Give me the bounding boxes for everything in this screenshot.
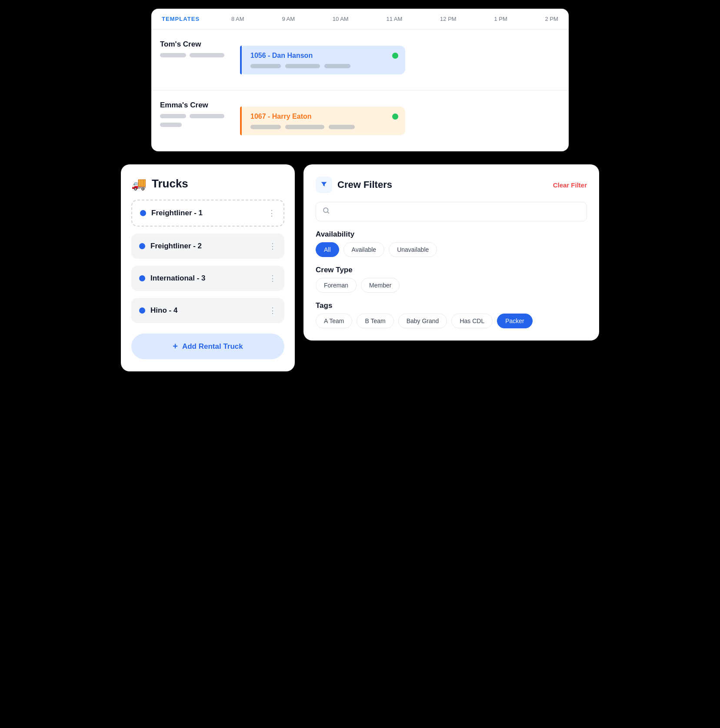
crew-tags-emmas xyxy=(160,114,224,118)
crew-info-toms: Tom's Crew xyxy=(151,30,233,90)
crew-tag-pill-1 xyxy=(160,53,186,57)
trucks-panel: 🚚 Trucks Freightliner - 1 ⋮ Freightliner… xyxy=(121,164,295,371)
tag-pill-babygrand[interactable]: Baby Grand xyxy=(398,314,447,328)
availability-dot-toms xyxy=(392,53,398,59)
job-card-toms[interactable]: 1056 - Dan Hanson xyxy=(240,46,405,74)
filter-funnel-icon xyxy=(320,180,328,190)
crew-name-toms: Tom's Crew xyxy=(160,40,224,49)
job-line-2 xyxy=(285,64,320,68)
crew-type-pills: Foreman Member xyxy=(316,278,587,293)
availability-section: Availability All Available Unavailable xyxy=(316,230,587,257)
job-line-1 xyxy=(250,64,281,68)
truck-dot-2 xyxy=(139,275,145,281)
job-line-6 xyxy=(329,125,355,129)
crew-filters-panel: Crew Filters Clear Filter Availability A… xyxy=(303,164,599,341)
trucks-title: Trucks xyxy=(152,177,188,190)
crew-search-input[interactable] xyxy=(334,208,580,215)
job-card-emmas-lines xyxy=(247,125,398,129)
truck-item-3[interactable]: Hino - 4 ⋮ xyxy=(131,298,284,323)
availability-pill-unavailable[interactable]: Unavailable xyxy=(389,242,437,257)
time-slot-0: 8 AM xyxy=(231,16,244,22)
truck-item-3-left: Hino - 4 xyxy=(139,306,177,315)
crew-tags-toms xyxy=(160,53,224,57)
job-line-4 xyxy=(250,125,281,129)
crew-tag-pill-3 xyxy=(160,114,186,118)
availability-label: Availability xyxy=(316,230,587,239)
truck-dot-1 xyxy=(139,243,145,249)
job-title-toms: 1056 - Dan Hanson xyxy=(250,52,313,60)
truck-item-0-left: Freightliner - 1 xyxy=(140,209,203,217)
tags-pills: A Team B Team Baby Grand Has CDL Packer xyxy=(316,314,587,328)
add-rental-btn-label: Add Rental Truck xyxy=(182,342,243,351)
truck-name-3: Hino - 4 xyxy=(150,306,177,315)
freightliner1-wrapper: Freightliner - 1 ⋮ xyxy=(131,200,284,227)
crew-type-pill-member[interactable]: Member xyxy=(361,278,400,293)
availability-pill-all[interactable]: All xyxy=(316,242,339,257)
clear-filter-button[interactable]: Clear Filter xyxy=(553,181,587,189)
crew-tag-pill-2 xyxy=(190,53,224,57)
time-slot-5: 1 PM xyxy=(494,16,507,22)
templates-header: TEMPLATES 8 AM 9 AM 10 AM 11 AM 12 PM 1 … xyxy=(151,9,569,30)
truck-menu-icon-1[interactable]: ⋮ xyxy=(269,241,277,251)
schedule-area-emmas: 1067 - Harry Eaton xyxy=(233,90,569,151)
tag-pill-ateam[interactable]: A Team xyxy=(316,314,352,328)
crew-row-emmas: Emma's Crew 1067 - Harry Eaton xyxy=(151,90,569,151)
crew-type-pill-foreman[interactable]: Foreman xyxy=(316,278,357,293)
truck-item-0[interactable]: Freightliner - 1 ⋮ xyxy=(131,200,284,227)
svg-line-1 xyxy=(327,212,329,213)
trucks-header: 🚚 Trucks xyxy=(131,177,284,191)
search-icon xyxy=(322,207,330,217)
time-slot-3: 11 AM xyxy=(386,16,402,22)
truck-item-1-left: Freightliner - 2 xyxy=(139,242,202,250)
availability-pill-available[interactable]: Available xyxy=(343,242,385,257)
tag-pill-bteam[interactable]: B Team xyxy=(357,314,393,328)
time-slot-1: 9 AM xyxy=(282,16,295,22)
availability-dot-emmas xyxy=(392,114,398,120)
add-rental-truck-button[interactable]: + Add Rental Truck xyxy=(131,334,284,359)
truck-menu-icon-2[interactable]: ⋮ xyxy=(269,274,277,283)
job-title-emmas: 1067 - Harry Eaton xyxy=(250,113,312,120)
tag-pill-packer[interactable]: Packer xyxy=(497,314,533,328)
tag-pill-hascdl[interactable]: Has CDL xyxy=(451,314,493,328)
crew-type-section: Crew Type Foreman Member xyxy=(316,266,587,293)
truck-name-2: International - 3 xyxy=(150,274,206,283)
truck-header-icon: 🚚 xyxy=(131,177,147,191)
search-box[interactable] xyxy=(316,202,587,221)
plus-icon: + xyxy=(173,341,178,351)
schedule-area-toms: 1056 - Dan Hanson xyxy=(233,30,569,90)
crew-tag-pill-4 xyxy=(190,114,224,118)
crew-name-emmas: Emma's Crew xyxy=(160,101,224,110)
filters-header: Crew Filters Clear Filter xyxy=(316,177,587,193)
job-card-emmas[interactable]: 1067 - Harry Eaton xyxy=(240,107,405,135)
truck-name-0: Freightliner - 1 xyxy=(151,209,203,217)
tags-section: Tags A Team B Team Baby Grand Has CDL Pa… xyxy=(316,301,587,328)
truck-menu-icon-0[interactable]: ⋮ xyxy=(268,208,276,218)
time-slot-2: 10 AM xyxy=(333,16,349,22)
crew-tag-pill-5 xyxy=(160,123,182,127)
job-line-3 xyxy=(324,64,350,68)
truck-dot-3 xyxy=(139,307,145,314)
time-slot-4: 12 PM xyxy=(440,16,457,22)
job-card-toms-lines xyxy=(247,64,398,68)
bottom-section: 🚚 Trucks Freightliner - 1 ⋮ Freightliner… xyxy=(121,164,599,371)
crew-info-emmas: Emma's Crew xyxy=(151,90,233,151)
availability-pills: All Available Unavailable xyxy=(316,242,587,257)
job-card-toms-header: 1056 - Dan Hanson xyxy=(247,52,398,60)
time-slots-row: 8 AM 9 AM 10 AM 11 AM 12 PM 1 PM 2 PM xyxy=(231,16,558,22)
crew-tag-row2-emmas xyxy=(160,123,224,127)
truck-name-1: Freightliner - 2 xyxy=(150,242,202,250)
crew-row-toms: Tom's Crew 1056 - Dan Hanson xyxy=(151,30,569,90)
truck-dot-0 xyxy=(140,210,146,216)
filters-title: Crew Filters xyxy=(337,179,392,190)
truck-item-1[interactable]: Freightliner - 2 ⋮ xyxy=(131,234,284,259)
truck-item-2[interactable]: International - 3 ⋮ xyxy=(131,266,284,291)
svg-point-0 xyxy=(323,208,328,213)
job-card-emmas-header: 1067 - Harry Eaton xyxy=(247,113,398,120)
truck-item-2-left: International - 3 xyxy=(139,274,206,283)
truck-menu-icon-3[interactable]: ⋮ xyxy=(269,306,277,315)
templates-card: TEMPLATES 8 AM 9 AM 10 AM 11 AM 12 PM 1 … xyxy=(151,9,569,151)
templates-label: TEMPLATES xyxy=(162,16,231,22)
job-line-5 xyxy=(285,125,324,129)
crew-type-label: Crew Type xyxy=(316,266,587,274)
filter-icon-container xyxy=(316,177,332,193)
